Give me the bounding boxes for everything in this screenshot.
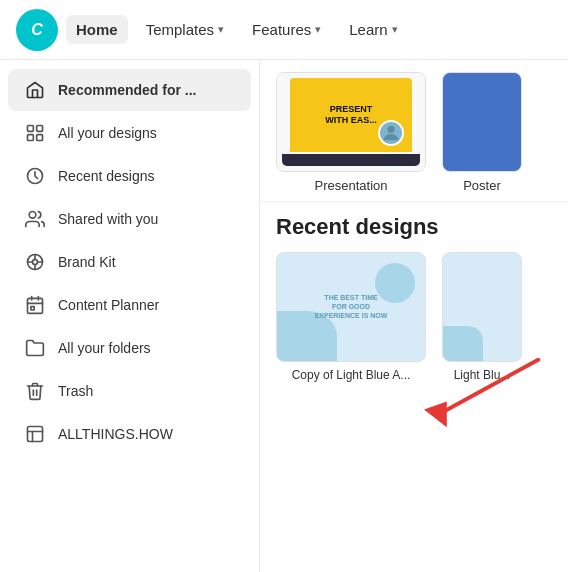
sidebar-item-allthings[interactable]: ALLTHINGS.HOW: [8, 413, 251, 455]
nav-home[interactable]: Home: [66, 15, 128, 44]
calendar-icon: [24, 294, 46, 316]
poster-thumb: [442, 72, 522, 172]
sidebar-item-brand-kit[interactable]: Brand Kit: [8, 241, 251, 283]
learn-chevron-icon: ▾: [392, 23, 398, 36]
design-thumb-2: [442, 252, 522, 362]
nav-features-label: Features: [252, 21, 311, 38]
svg-rect-3: [37, 135, 43, 141]
nav-home-label: Home: [76, 21, 118, 38]
template-card-presentation[interactable]: PRESENTWITH EAS...: [276, 72, 426, 193]
nav-features[interactable]: Features ▾: [242, 15, 331, 44]
nav-learn-label: Learn: [349, 21, 387, 38]
trash-icon: [24, 380, 46, 402]
svg-point-5: [29, 212, 36, 219]
sidebar-item-recommended[interactable]: Recommended for ...: [8, 69, 251, 111]
grid-icon: [24, 122, 46, 144]
svg-rect-1: [37, 126, 43, 132]
clock-icon: [24, 165, 46, 187]
logo-text: C: [31, 21, 43, 39]
home-icon: [24, 79, 46, 101]
main-layout: Recommended for ... All your designs: [0, 60, 568, 572]
canva-logo[interactable]: C: [16, 9, 58, 51]
sidebar-recommended-label: Recommended for ...: [58, 82, 196, 98]
svg-point-20: [387, 126, 394, 133]
sidebar-item-recent[interactable]: Recent designs: [8, 155, 251, 197]
presentation-thumb: PRESENTWITH EAS...: [276, 72, 426, 172]
sidebar-trash-label: Trash: [58, 383, 93, 399]
svg-rect-12: [28, 298, 43, 313]
sidebar-item-folders[interactable]: All your folders: [8, 327, 251, 369]
design-inner-text: THE BEST TIMEFOR GOODEXPERIENCE IS NOW: [311, 293, 391, 320]
org-icon: [24, 423, 46, 445]
svg-rect-2: [28, 135, 34, 141]
topnav: C Home Templates ▾ Features ▾ Learn ▾: [0, 0, 568, 60]
sidebar-recent-label: Recent designs: [58, 168, 155, 184]
sidebar-shared-label: Shared with you: [58, 211, 158, 227]
svg-marker-22: [424, 401, 447, 427]
people-icon: [24, 208, 46, 230]
sidebar-item-all-designs[interactable]: All your designs: [8, 112, 251, 154]
design-card-2-label: Light Blu...: [454, 368, 511, 382]
svg-rect-17: [28, 427, 43, 442]
sidebar-item-content-planner[interactable]: Content Planner: [8, 284, 251, 326]
sidebar-item-trash[interactable]: Trash: [8, 370, 251, 412]
nav-templates-label: Templates: [146, 21, 214, 38]
sidebar-folders-label: All your folders: [58, 340, 151, 356]
sidebar: Recommended for ... All your designs: [0, 60, 260, 572]
templates-chevron-icon: ▾: [218, 23, 224, 36]
design-card-1[interactable]: THE BEST TIMEFOR GOODEXPERIENCE IS NOW C…: [276, 252, 426, 382]
sidebar-content-planner-label: Content Planner: [58, 297, 159, 313]
nav-templates[interactable]: Templates ▾: [136, 15, 234, 44]
presentation-template-label: Presentation: [315, 178, 388, 193]
svg-rect-16: [31, 307, 34, 310]
template-card-poster[interactable]: Poster: [442, 72, 522, 193]
sidebar-all-designs-label: All your designs: [58, 125, 157, 141]
design-thumb-1: THE BEST TIMEFOR GOODEXPERIENCE IS NOW: [276, 252, 426, 362]
design-card-2[interactable]: Light Blu...: [442, 252, 522, 382]
recent-section: Recent designs THE BEST TIMEFOR GOODEXPE…: [260, 202, 568, 390]
sidebar-brand-kit-label: Brand Kit: [58, 254, 116, 270]
brandkit-icon: [24, 251, 46, 273]
nav-learn[interactable]: Learn ▾: [339, 15, 407, 44]
design-card-1-label: Copy of Light Blue A...: [292, 368, 411, 382]
features-chevron-icon: ▾: [315, 23, 321, 36]
recent-designs-header: Recent designs: [276, 214, 552, 240]
sidebar-allthings-label: ALLTHINGS.HOW: [58, 426, 173, 442]
svg-rect-0: [28, 126, 34, 132]
poster-template-label: Poster: [463, 178, 501, 193]
templates-section: PRESENTWITH EAS...: [260, 60, 568, 202]
design-cards: THE BEST TIMEFOR GOODEXPERIENCE IS NOW C…: [276, 252, 552, 382]
sidebar-item-shared[interactable]: Shared with you: [8, 198, 251, 240]
template-cards: PRESENTWITH EAS...: [276, 72, 552, 193]
content-area: PRESENTWITH EAS...: [260, 60, 568, 572]
folder-icon: [24, 337, 46, 359]
